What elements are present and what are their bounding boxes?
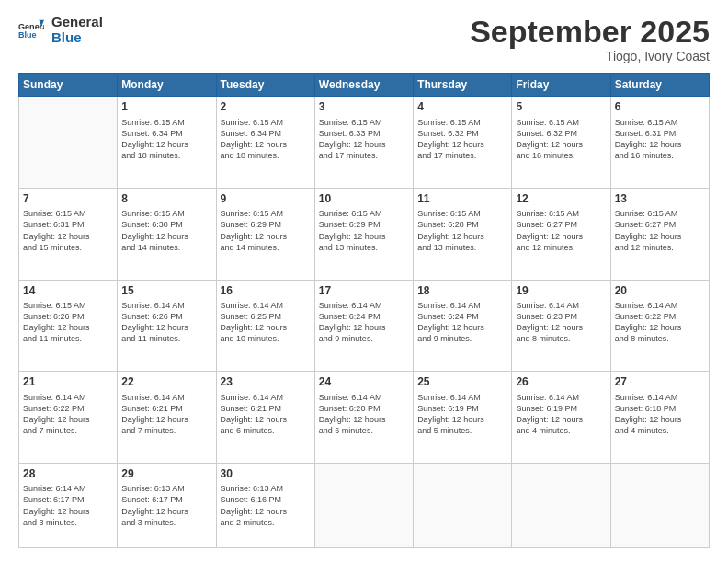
calendar-cell: 9Sunrise: 6:15 AM Sunset: 6:29 PM Daylig… bbox=[216, 189, 314, 281]
calendar-cell: 24Sunrise: 6:14 AM Sunset: 6:20 PM Dayli… bbox=[314, 372, 413, 464]
calendar-cell: 19Sunrise: 6:14 AM Sunset: 6:23 PM Dayli… bbox=[512, 280, 610, 372]
calendar-cell: 26Sunrise: 6:14 AM Sunset: 6:19 PM Dayli… bbox=[512, 372, 610, 464]
day-info: Sunrise: 6:15 AM Sunset: 6:34 PM Dayligh… bbox=[221, 117, 311, 162]
calendar-cell: 2Sunrise: 6:15 AM Sunset: 6:34 PM Daylig… bbox=[216, 97, 314, 189]
day-info: Sunrise: 6:14 AM Sunset: 6:23 PM Dayligh… bbox=[516, 300, 606, 345]
header-sunday: Sunday bbox=[19, 74, 118, 97]
calendar-cell bbox=[512, 464, 610, 548]
day-info: Sunrise: 6:14 AM Sunset: 6:24 PM Dayligh… bbox=[319, 300, 409, 345]
day-number: 25 bbox=[417, 374, 507, 389]
calendar-cell: 16Sunrise: 6:14 AM Sunset: 6:25 PM Dayli… bbox=[216, 280, 314, 372]
day-number: 3 bbox=[319, 99, 409, 114]
day-info: Sunrise: 6:14 AM Sunset: 6:24 PM Dayligh… bbox=[417, 300, 507, 345]
day-number: 17 bbox=[319, 283, 409, 298]
calendar-cell bbox=[314, 464, 413, 548]
calendar-cell: 11Sunrise: 6:15 AM Sunset: 6:28 PM Dayli… bbox=[414, 189, 512, 281]
day-number: 8 bbox=[121, 191, 211, 206]
day-number: 5 bbox=[516, 99, 606, 114]
logo-icon: General Blue bbox=[18, 17, 44, 43]
calendar-cell: 27Sunrise: 6:14 AM Sunset: 6:18 PM Dayli… bbox=[610, 372, 709, 464]
calendar-cell: 8Sunrise: 6:15 AM Sunset: 6:30 PM Daylig… bbox=[118, 189, 216, 281]
day-number: 20 bbox=[615, 283, 705, 298]
calendar-cell: 14Sunrise: 6:15 AM Sunset: 6:26 PM Dayli… bbox=[19, 280, 118, 372]
calendar-cell: 20Sunrise: 6:14 AM Sunset: 6:22 PM Dayli… bbox=[610, 280, 709, 372]
day-info: Sunrise: 6:15 AM Sunset: 6:26 PM Dayligh… bbox=[23, 300, 113, 345]
header-tuesday: Tuesday bbox=[216, 74, 314, 97]
day-number: 23 bbox=[221, 374, 311, 389]
calendar-cell: 17Sunrise: 6:14 AM Sunset: 6:24 PM Dayli… bbox=[314, 280, 413, 372]
location-text: Tiogo, Ivory Coast bbox=[470, 49, 710, 63]
day-number: 6 bbox=[615, 99, 705, 114]
calendar-cell: 29Sunrise: 6:13 AM Sunset: 6:17 PM Dayli… bbox=[118, 464, 216, 548]
day-info: Sunrise: 6:14 AM Sunset: 6:21 PM Dayligh… bbox=[121, 392, 211, 437]
day-info: Sunrise: 6:15 AM Sunset: 6:33 PM Dayligh… bbox=[319, 117, 409, 162]
day-info: Sunrise: 6:14 AM Sunset: 6:21 PM Dayligh… bbox=[221, 392, 311, 437]
svg-text:Blue: Blue bbox=[18, 30, 37, 40]
day-number: 22 bbox=[121, 374, 211, 389]
day-number: 21 bbox=[23, 374, 113, 389]
day-number: 10 bbox=[319, 191, 409, 206]
calendar-cell: 6Sunrise: 6:15 AM Sunset: 6:31 PM Daylig… bbox=[610, 97, 709, 189]
day-number: 28 bbox=[23, 466, 113, 481]
calendar-table: Sunday Monday Tuesday Wednesday Thursday… bbox=[18, 73, 710, 548]
header-friday: Friday bbox=[512, 74, 610, 97]
calendar-cell: 7Sunrise: 6:15 AM Sunset: 6:31 PM Daylig… bbox=[19, 189, 118, 281]
day-info: Sunrise: 6:13 AM Sunset: 6:17 PM Dayligh… bbox=[121, 483, 211, 528]
day-info: Sunrise: 6:14 AM Sunset: 6:18 PM Dayligh… bbox=[615, 392, 705, 437]
day-info: Sunrise: 6:15 AM Sunset: 6:30 PM Dayligh… bbox=[121, 208, 211, 253]
day-info: Sunrise: 6:13 AM Sunset: 6:16 PM Dayligh… bbox=[221, 483, 311, 528]
day-info: Sunrise: 6:15 AM Sunset: 6:32 PM Dayligh… bbox=[417, 117, 507, 162]
day-info: Sunrise: 6:15 AM Sunset: 6:32 PM Dayligh… bbox=[516, 117, 606, 162]
day-number: 1 bbox=[121, 99, 211, 114]
calendar-cell: 22Sunrise: 6:14 AM Sunset: 6:21 PM Dayli… bbox=[118, 372, 216, 464]
day-number: 30 bbox=[221, 466, 311, 481]
calendar-cell: 3Sunrise: 6:15 AM Sunset: 6:33 PM Daylig… bbox=[314, 97, 413, 189]
day-number: 18 bbox=[417, 283, 507, 298]
day-number: 9 bbox=[221, 191, 311, 206]
day-info: Sunrise: 6:14 AM Sunset: 6:22 PM Dayligh… bbox=[23, 392, 113, 437]
calendar-cell: 1Sunrise: 6:15 AM Sunset: 6:34 PM Daylig… bbox=[118, 97, 216, 189]
calendar-page: General Blue General Blue September 2025… bbox=[0, 0, 728, 563]
day-number: 27 bbox=[615, 374, 705, 389]
calendar-cell: 15Sunrise: 6:14 AM Sunset: 6:26 PM Dayli… bbox=[118, 280, 216, 372]
day-number: 13 bbox=[615, 191, 705, 206]
day-number: 7 bbox=[23, 191, 113, 206]
day-info: Sunrise: 6:14 AM Sunset: 6:20 PM Dayligh… bbox=[319, 392, 409, 437]
header-monday: Monday bbox=[118, 74, 216, 97]
day-info: Sunrise: 6:14 AM Sunset: 6:17 PM Dayligh… bbox=[23, 483, 113, 528]
day-info: Sunrise: 6:15 AM Sunset: 6:27 PM Dayligh… bbox=[516, 208, 606, 253]
weekday-header-row: Sunday Monday Tuesday Wednesday Thursday… bbox=[19, 74, 710, 97]
page-header: General Blue General Blue September 2025… bbox=[18, 15, 710, 63]
day-info: Sunrise: 6:15 AM Sunset: 6:29 PM Dayligh… bbox=[319, 208, 409, 253]
calendar-cell: 4Sunrise: 6:15 AM Sunset: 6:32 PM Daylig… bbox=[414, 97, 512, 189]
header-saturday: Saturday bbox=[610, 74, 709, 97]
day-number: 2 bbox=[221, 99, 311, 114]
day-info: Sunrise: 6:14 AM Sunset: 6:26 PM Dayligh… bbox=[121, 300, 211, 345]
day-info: Sunrise: 6:14 AM Sunset: 6:25 PM Dayligh… bbox=[221, 300, 311, 345]
day-number: 12 bbox=[516, 191, 606, 206]
calendar-cell: 12Sunrise: 6:15 AM Sunset: 6:27 PM Dayli… bbox=[512, 189, 610, 281]
calendar-cell bbox=[414, 464, 512, 548]
day-number: 15 bbox=[121, 283, 211, 298]
calendar-cell: 30Sunrise: 6:13 AM Sunset: 6:16 PM Dayli… bbox=[216, 464, 314, 548]
calendar-cell bbox=[610, 464, 709, 548]
day-number: 16 bbox=[221, 283, 311, 298]
calendar-cell: 25Sunrise: 6:14 AM Sunset: 6:19 PM Dayli… bbox=[414, 372, 512, 464]
month-title: September 2025 bbox=[470, 15, 710, 49]
day-info: Sunrise: 6:15 AM Sunset: 6:29 PM Dayligh… bbox=[221, 208, 311, 253]
day-info: Sunrise: 6:15 AM Sunset: 6:28 PM Dayligh… bbox=[417, 208, 507, 253]
logo: General Blue General Blue bbox=[18, 15, 103, 45]
header-right: September 2025 Tiogo, Ivory Coast bbox=[470, 15, 710, 63]
day-info: Sunrise: 6:14 AM Sunset: 6:22 PM Dayligh… bbox=[615, 300, 705, 345]
header-wednesday: Wednesday bbox=[314, 74, 413, 97]
calendar-cell: 23Sunrise: 6:14 AM Sunset: 6:21 PM Dayli… bbox=[216, 372, 314, 464]
day-info: Sunrise: 6:15 AM Sunset: 6:31 PM Dayligh… bbox=[615, 117, 705, 162]
calendar-cell: 5Sunrise: 6:15 AM Sunset: 6:32 PM Daylig… bbox=[512, 97, 610, 189]
day-number: 24 bbox=[319, 374, 409, 389]
day-number: 11 bbox=[417, 191, 507, 206]
calendar-cell: 18Sunrise: 6:14 AM Sunset: 6:24 PM Dayli… bbox=[414, 280, 512, 372]
day-info: Sunrise: 6:14 AM Sunset: 6:19 PM Dayligh… bbox=[516, 392, 606, 437]
day-info: Sunrise: 6:15 AM Sunset: 6:27 PM Dayligh… bbox=[615, 208, 705, 253]
day-number: 14 bbox=[23, 283, 113, 298]
day-number: 29 bbox=[121, 466, 211, 481]
